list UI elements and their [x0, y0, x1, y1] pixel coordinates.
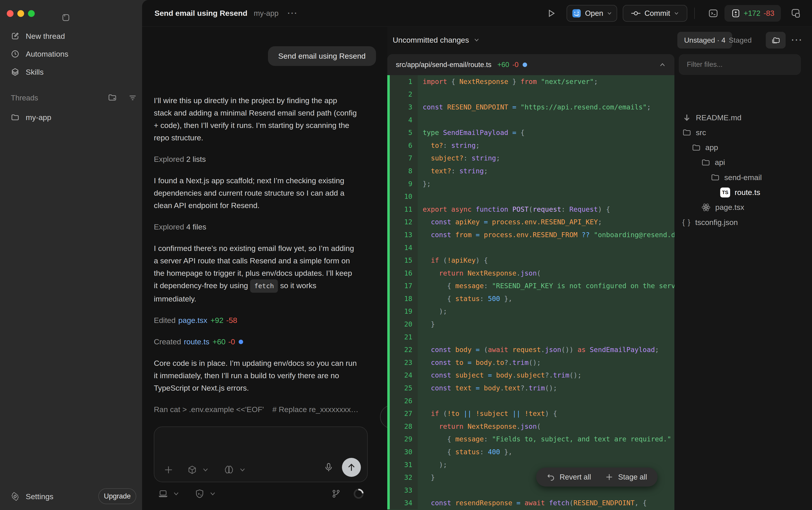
- diff-added-line: 25 const text = body.text?.trim();: [387, 381, 674, 394]
- open-label: Open: [585, 9, 603, 18]
- tool-activity-summary[interactable]: Explored 2 lists: [154, 153, 376, 165]
- line-number: 34: [390, 497, 418, 510]
- added-line-marker: [387, 139, 390, 152]
- file-tree-item-api[interactable]: api: [701, 155, 725, 170]
- file-change-summary[interactable]: Editedpage.tsx+92-58: [154, 314, 376, 327]
- revert-all-button[interactable]: Revert all: [546, 473, 591, 481]
- sidebar-item-automations[interactable]: Automations: [7, 46, 73, 62]
- new-thread-icon: [11, 32, 20, 40]
- message-composer[interactable]: [154, 426, 368, 482]
- file-tree-item-route-ts[interactable]: TSroute.ts: [720, 185, 760, 200]
- thread-menu-icon[interactable]: ···: [288, 9, 298, 18]
- permissions-shield-icon[interactable]: [194, 488, 205, 499]
- minimize-window-button[interactable]: [18, 10, 24, 17]
- diff-added-line: 3const RESEND_ENDPOINT = "https://api.re…: [387, 101, 674, 114]
- sidebar-item-new-thread[interactable]: New thread: [7, 28, 69, 44]
- upgrade-button[interactable]: Upgrade: [98, 488, 136, 504]
- tool-activity-summary[interactable]: Explored 4 files: [154, 221, 376, 233]
- branch-icon[interactable]: [331, 489, 341, 499]
- chevron-down-icon[interactable]: [209, 491, 216, 496]
- sidebar-item-skills[interactable]: Skills: [7, 64, 48, 80]
- filter-files-input[interactable]: [679, 54, 801, 75]
- window-controls[interactable]: [7, 10, 35, 17]
- settings-button[interactable]: Settings: [7, 488, 58, 505]
- diff-added-line: 16 return NextResponse.json(: [387, 267, 674, 280]
- device-icon[interactable]: [158, 488, 168, 499]
- unsaved-dot: [522, 62, 527, 67]
- sidebar-toggle-icon[interactable]: [61, 13, 70, 22]
- model-cube-icon[interactable]: [187, 465, 197, 475]
- changes-menu-icon[interactable]: ···: [791, 32, 803, 49]
- run-icon[interactable]: [546, 5, 556, 22]
- line-number: 30: [390, 446, 418, 458]
- diff-removed: -0: [512, 61, 518, 69]
- diff-stats-badge[interactable]: +172 -83: [724, 5, 781, 22]
- usage-ring-icon: [352, 487, 366, 501]
- assistant-paragraph: I’ll wire this up directly in the projec…: [154, 94, 376, 144]
- changes-header[interactable]: Uncommitted changes: [393, 31, 480, 49]
- chevron-down-icon: [474, 38, 480, 42]
- diff-added-line: 15 if (!apiKey) {: [387, 254, 674, 267]
- stage-all-button[interactable]: Stage all: [605, 473, 647, 481]
- line-number: 8: [390, 165, 418, 177]
- file-tree-item-page-tsx[interactable]: page.tsx: [701, 200, 744, 215]
- filter-icon[interactable]: [128, 93, 137, 102]
- chevron-down-icon[interactable]: [173, 491, 180, 496]
- file-tree-item-src[interactable]: src: [682, 125, 706, 140]
- diff-added-line: 34 const resendResponse = await fetch(RE…: [387, 497, 674, 510]
- close-window-button[interactable]: [7, 10, 13, 17]
- chevron-down-icon: [607, 11, 612, 15]
- file-tree-label: tsconfig.json: [695, 218, 738, 227]
- typescript-file-icon: TS: [720, 188, 730, 197]
- zoom-window-button[interactable]: [28, 10, 35, 17]
- file-tree-label: src: [696, 128, 706, 137]
- commit-button[interactable]: Commit: [623, 5, 687, 22]
- line-number: 15: [390, 254, 418, 267]
- tab-staged[interactable]: Staged: [725, 32, 756, 49]
- terminal-icon[interactable]: [708, 5, 718, 22]
- open-button[interactable]: Open: [567, 5, 617, 22]
- terminal-command-summary[interactable]: Ran cat > .env.example <<'EOF' # Replace…: [154, 403, 376, 416]
- code-line: subject?: string;: [418, 152, 674, 165]
- diff-added-line: 21: [387, 331, 674, 343]
- file-link[interactable]: page.tsx: [178, 314, 207, 327]
- diff-icon: [731, 8, 741, 18]
- diff-added-line: 29 { message: "Fields to, subject, and t…: [387, 433, 674, 446]
- code-line: { message: "RESEND_API_KEY is not config…: [418, 280, 674, 292]
- chevron-down-icon[interactable]: [202, 468, 209, 472]
- sidebar-thread-my-app[interactable]: my-app: [7, 109, 56, 125]
- send-button[interactable]: [342, 458, 361, 477]
- code-line: if (!apiKey) {: [418, 254, 674, 267]
- attach-icon[interactable]: [163, 465, 174, 475]
- new-folder-icon[interactable]: [108, 93, 117, 102]
- diff-actions: Revert all Stage all: [536, 468, 658, 486]
- chevron-down-icon[interactable]: [239, 468, 246, 472]
- line-number: 29: [390, 433, 418, 446]
- line-number: 9: [390, 177, 418, 190]
- mic-icon[interactable]: [324, 462, 334, 473]
- layout-icon[interactable]: [790, 5, 801, 22]
- line-number: 13: [390, 228, 418, 241]
- brain-icon[interactable]: [224, 465, 234, 475]
- file-tree-item-send-email[interactable]: send-email: [711, 170, 762, 185]
- line-number: 11: [390, 203, 418, 216]
- group-by-folder-button[interactable]: [766, 32, 786, 49]
- diff-file-path: src/app/api/send-email/route.ts: [396, 61, 491, 69]
- diff-added-line: 19 );: [387, 305, 674, 318]
- file-change-summary[interactable]: Createdroute.ts+60-0: [154, 336, 376, 348]
- diff-file-header[interactable]: src/app/api/send-email/route.ts +60 -0: [387, 54, 674, 75]
- file-tree-item-tsconfig-json[interactable]: { }tsconfig.json: [682, 215, 738, 230]
- tab-unstaged[interactable]: Unstaged · 4: [678, 32, 732, 49]
- chat-input[interactable]: [163, 433, 358, 457]
- diff-added-line: 10: [387, 190, 674, 203]
- file-tree-item-readme-md[interactable]: README.md: [682, 110, 742, 125]
- added-line-marker: [387, 381, 390, 394]
- line-number: 3: [390, 101, 418, 114]
- diff-code-view[interactable]: 1import { NextResponse } from "next/serv…: [387, 75, 674, 510]
- added-line-marker: [387, 318, 390, 331]
- file-link[interactable]: route.ts: [184, 336, 209, 348]
- unsaved-dot: [239, 340, 243, 344]
- code-line: [418, 88, 674, 101]
- diff-added-line: 30 { status: 400 },: [387, 446, 674, 458]
- file-tree-item-app[interactable]: app: [692, 140, 718, 155]
